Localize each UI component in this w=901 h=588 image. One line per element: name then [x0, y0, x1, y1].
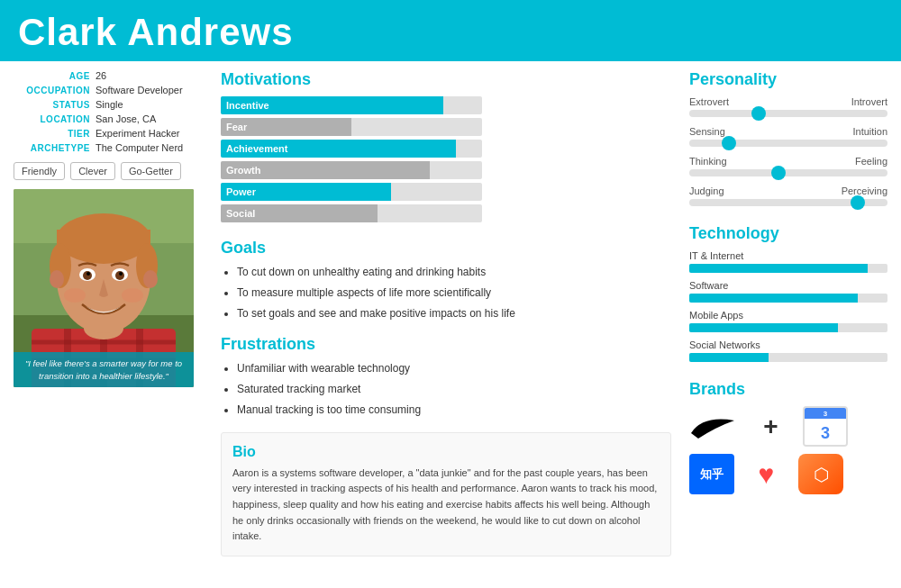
svg-point-24	[143, 270, 158, 288]
traits-row: Friendly Clever Go-Getter	[14, 162, 203, 180]
tier-row: TIER Experiment Hacker	[14, 128, 203, 139]
goal-item: To measure multiple aspects of life more…	[237, 285, 671, 301]
nike-brand	[689, 406, 739, 447]
personality-left: Extrovert	[689, 96, 729, 107]
profile-info: AGE 26 OCCUPATION Software Developer STA…	[14, 70, 203, 153]
tech-label: IT & Internet	[689, 250, 887, 261]
right-column: Personality ExtrovertIntrovertSensingInt…	[689, 70, 887, 556]
tech-item: Mobile Apps	[689, 310, 887, 332]
personality-indicator	[771, 166, 786, 180]
heart-brand: ♥	[742, 454, 791, 494]
page-title: Clark Andrews	[18, 11, 883, 54]
occupation-value: Software Developer	[96, 85, 183, 95]
personality-left: Thinking	[689, 156, 727, 167]
age-value: 26	[96, 70, 106, 81]
goals-list: To cut down on unhealthy eating and drin…	[221, 265, 671, 321]
location-row: LOCATION San Jose, CA	[14, 113, 203, 124]
motivation-label: Incentive	[221, 100, 269, 111]
motivations-title: Motivations	[221, 70, 671, 89]
location-value: San Jose, CA	[96, 113, 156, 124]
svg-point-21	[64, 288, 86, 303]
frustrations-list: Unfamiliar with wearable technologySatur…	[221, 361, 671, 417]
personality-left: Sensing	[689, 126, 725, 137]
tech-bar	[689, 323, 838, 332]
trait-gogetter: Go-Getter	[121, 162, 181, 180]
motivation-label: Power	[221, 186, 256, 197]
douban-brand: ⬡	[798, 454, 843, 494]
personality-indicator	[751, 106, 766, 121]
personality-section: Personality ExtrovertIntrovertSensingInt…	[689, 70, 887, 206]
frustration-item: Unfamiliar with wearable technology	[237, 361, 671, 376]
left-column: AGE 26 OCCUPATION Software Developer STA…	[14, 70, 203, 556]
brands-grid: + 3 3 知乎 ♥	[689, 406, 887, 494]
motivations-bars: IncentiveFearAchievementGrowthPowerSocia…	[221, 96, 671, 222]
main-content: AGE 26 OCCUPATION Software Developer STA…	[0, 61, 901, 565]
trait-friendly: Friendly	[14, 162, 65, 180]
brands-title: Brands	[689, 380, 887, 399]
age-label: AGE	[14, 71, 90, 81]
personality-right: Perceiving	[842, 185, 887, 196]
age-row: AGE 26	[14, 70, 203, 81]
frustration-item: Manual tracking is too time consuming	[237, 403, 671, 418]
personality-indicator	[851, 195, 865, 210]
tier-label: TIER	[14, 129, 90, 139]
motivation-label: Achievement	[221, 143, 287, 154]
svg-point-22	[122, 288, 143, 303]
svg-rect-12	[57, 230, 150, 252]
bio-section: Bio Aaron is a systems software develope…	[221, 432, 671, 556]
tech-item: IT & Internet	[689, 250, 887, 273]
personality-trait: ThinkingFeeling	[689, 156, 887, 176]
archetype-row: ARCHETYPE The Computer Nerd	[14, 142, 203, 153]
motivation-item: Power	[221, 183, 671, 201]
trait-clever: Clever	[70, 162, 115, 180]
zhihu-brand: 知乎	[689, 454, 734, 494]
motivation-item: Achievement	[221, 140, 671, 158]
personality-trait: JudgingPerceiving	[689, 185, 887, 206]
goals-section: Goals To cut down on unhealthy eating an…	[221, 239, 671, 321]
goal-item: To set goals and see and make positive i…	[237, 306, 671, 321]
svg-point-23	[50, 270, 64, 288]
tech-item: Software	[689, 280, 887, 303]
archetype-value: The Computer Nerd	[96, 142, 183, 153]
plus-icon: +	[746, 406, 796, 447]
tech-rows: IT & InternetSoftwareMobile AppsSocial N…	[689, 250, 887, 362]
tech-label: Mobile Apps	[689, 310, 887, 321]
motivation-item: Growth	[221, 161, 671, 179]
profile-photo: "I feel like there's a smarter way for m…	[14, 189, 194, 387]
personality-right: Introvert	[851, 96, 887, 107]
personality-right: Feeling	[855, 156, 887, 167]
personality-indicator	[722, 136, 736, 150]
frustration-item: Saturated tracking market	[237, 382, 671, 397]
goals-title: Goals	[221, 239, 671, 258]
tech-label: Software	[689, 280, 887, 291]
personality-trait: SensingIntuition	[689, 126, 887, 147]
technology-section: Technology IT & InternetSoftwareMobile A…	[689, 224, 887, 362]
motivation-label: Growth	[221, 165, 261, 176]
calendar-brand: 3 3	[803, 406, 848, 447]
svg-point-20	[119, 272, 123, 276]
tech-bar	[689, 353, 769, 362]
status-row: STATUS Single	[14, 99, 203, 110]
profile-quote: "I feel like there's a smarter way for m…	[14, 352, 194, 387]
occupation-row: OCCUPATION Software Developer	[14, 85, 203, 95]
technology-title: Technology	[689, 224, 887, 243]
bio-title: Bio	[232, 444, 660, 460]
tier-value: Experiment Hacker	[96, 128, 180, 139]
tech-bar	[689, 294, 858, 303]
svg-point-19	[86, 272, 90, 276]
frustrations-title: Frustrations	[221, 335, 671, 354]
personality-rows: ExtrovertIntrovertSensingIntuitionThinki…	[689, 96, 887, 206]
personality-left: Judging	[689, 185, 724, 196]
personality-right: Intuition	[852, 126, 887, 137]
tech-item: Social Networks	[689, 339, 887, 362]
location-label: LOCATION	[14, 114, 90, 124]
frustrations-section: Frustrations Unfamiliar with wearable te…	[221, 335, 671, 417]
goal-item: To cut down on unhealthy eating and drin…	[237, 265, 671, 280]
header: Clark Andrews	[0, 0, 901, 61]
status-label: STATUS	[14, 100, 90, 110]
motivation-item: Fear	[221, 118, 671, 136]
motivation-label: Fear	[221, 122, 247, 132]
personality-trait: ExtrovertIntrovert	[689, 96, 887, 117]
middle-column: Motivations IncentiveFearAchievementGrow…	[221, 70, 671, 556]
occupation-label: OCCUPATION	[14, 86, 90, 95]
